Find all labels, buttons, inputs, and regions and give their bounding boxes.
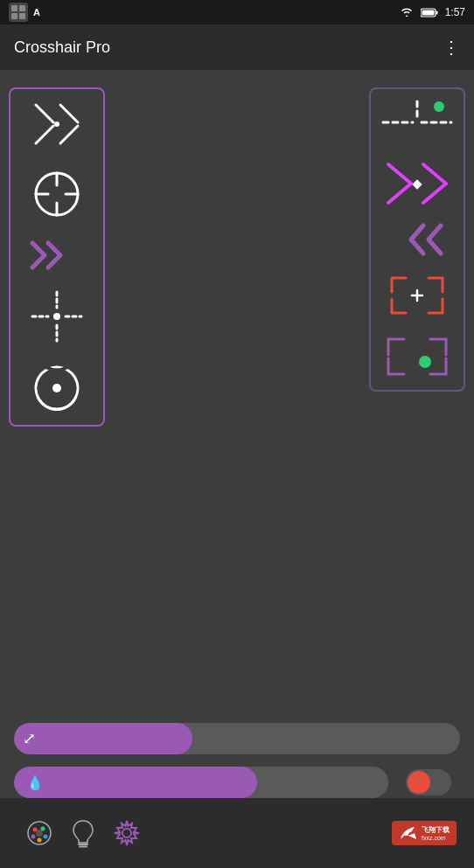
crosshair-chevron[interactable] [29,238,85,273]
svg-line-30 [423,184,446,203]
svg-rect-31 [412,179,422,189]
time-display: 1:57 [445,6,465,18]
app-bar: Crosshair Pro ⋮ [0,24,474,70]
opacity-slider-container[interactable]: 💧 [14,767,388,798]
right-panel [369,87,465,392]
crosshair-bracket-red[interactable] [380,271,455,320]
watermark-text-block: 飞翔下载 fxxz.com [422,825,450,841]
size-slider-row: ⤢ [14,723,460,754]
bracket-dot-crosshair-svg [380,332,455,381]
toggle-knob [408,771,430,794]
x-pink-crosshair-svg [380,159,455,208]
crosshair-x-pink[interactable] [380,159,455,208]
chevron-crosshair-svg [29,238,85,273]
toggle-row [406,769,460,795]
status-right: 1:57 [400,6,465,18]
wifi-icon [400,7,414,17]
size-slider-container[interactable]: ⤢ [14,723,460,754]
watermark-chinese: 飞翔下载 [422,825,450,835]
crosshair-circle-dot[interactable] [29,360,85,416]
bottom-controls: ⤢ 💧 [0,723,474,798]
bottom-nav: 飞翔下载 fxxz.com [0,798,474,868]
status-bar: A 1:57 [0,0,474,24]
svg-point-22 [52,384,61,392]
chevron-left-crosshair-svg [380,220,455,259]
palette-icon [25,819,53,847]
svg-point-34 [419,356,431,368]
bracket-red-crosshair-svg [380,271,455,320]
svg-point-21 [53,313,60,320]
left-panel [9,87,105,427]
svg-line-27 [388,164,411,184]
nav-theme[interactable] [17,811,61,855]
svg-point-38 [44,835,48,839]
bulb-icon [71,818,95,848]
watermark-badge: 飞翔下载 fxxz.com [392,821,457,845]
size-slider-fill: ⤢ [14,723,192,754]
svg-line-9 [36,126,53,143]
watermark-bird-icon [399,823,418,843]
resize-icon: ⤢ [23,729,36,748]
svg-rect-0 [11,5,17,11]
battery-icon [421,8,438,17]
more-menu-button[interactable]: ⋮ [443,37,460,58]
crosshair-bracket-dot[interactable] [380,332,455,381]
circle-dot-crosshair-svg [29,360,85,416]
svg-line-8 [60,105,78,122]
status-left: A [9,3,40,22]
svg-line-29 [388,184,411,203]
svg-rect-6 [422,10,434,15]
plus-dot-crosshair-svg [380,98,455,147]
svg-point-26 [434,101,444,112]
main-content [0,70,474,798]
circle-crosshair-svg [29,166,85,222]
toggle-switch[interactable] [406,769,451,795]
svg-point-39 [38,838,42,843]
svg-rect-3 [19,13,25,19]
dot-crosshair-svg [29,288,85,344]
svg-line-10 [60,126,78,143]
opacity-slider-fill: 💧 [14,767,257,798]
settings-icon [113,819,141,847]
nav-settings[interactable] [105,811,149,855]
crosshair-chevron-left[interactable] [380,220,455,259]
x-crosshair-svg [29,98,85,150]
crosshair-plus-dot[interactable] [380,98,455,147]
svg-rect-2 [11,13,17,19]
app-icon [11,5,25,19]
watermark-domain: fxxz.com [422,835,450,841]
nav-light[interactable] [61,811,105,855]
crosshair-dot[interactable] [29,288,85,344]
app-indicator [9,3,28,22]
svg-point-44 [122,829,131,837]
crosshair-x[interactable] [29,98,85,150]
svg-line-7 [36,105,53,122]
svg-rect-5 [436,10,437,14]
watermark: 飞翔下载 fxxz.com [352,811,457,855]
svg-rect-1 [19,5,25,11]
svg-point-40 [31,835,36,839]
crosshair-circle[interactable] [29,166,85,222]
svg-point-11 [54,122,59,127]
svg-line-28 [423,164,446,184]
svg-point-41 [36,830,43,837]
opacity-slider-row: 💧 [14,767,460,798]
app-title: Crosshair Pro [14,38,110,57]
app-letter: A [33,7,40,17]
opacity-icon: 💧 [26,774,44,791]
